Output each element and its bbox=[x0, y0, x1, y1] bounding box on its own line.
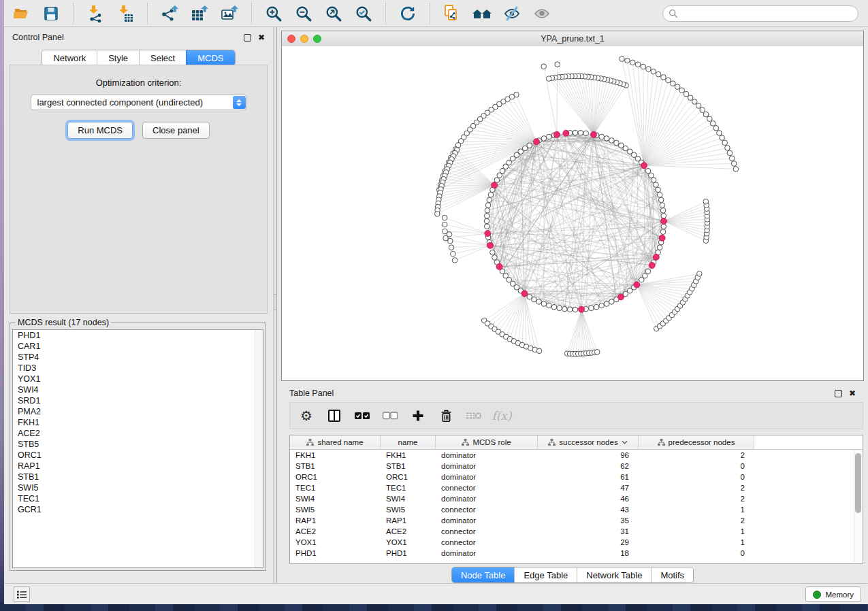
node-table[interactable]: shared namenameMCDS rolesuccessor nodesp… bbox=[289, 435, 863, 564]
first-neighbors-button[interactable] bbox=[472, 3, 492, 24]
table-tab-network-table[interactable]: Network Table bbox=[577, 567, 651, 582]
float-panel-icon[interactable] bbox=[244, 34, 251, 42]
table-row[interactable]: ACE2ACE2connector311 bbox=[290, 526, 863, 537]
import-network-button[interactable] bbox=[85, 3, 106, 24]
mcds-result-item[interactable]: RAP1 bbox=[13, 461, 263, 472]
table-row[interactable]: FKH1FKH1dominator962 bbox=[290, 450, 863, 461]
cell-predecessor-nodes: 2 bbox=[639, 495, 754, 503]
export-image-button[interactable] bbox=[219, 3, 240, 24]
table-panel: Table Panel ✖ ⚙ bbox=[281, 383, 864, 584]
tab-mcds[interactable]: MCDS bbox=[186, 50, 234, 65]
column-header-name[interactable]: name bbox=[381, 435, 436, 449]
search-field bbox=[662, 5, 858, 22]
save-session-button[interactable] bbox=[41, 3, 61, 24]
cell-name: PHD1 bbox=[381, 549, 436, 557]
table-row[interactable]: PHD1PHD1dominator180 bbox=[290, 548, 863, 559]
table-settings-button[interactable]: ⚙ bbox=[298, 408, 315, 424]
hide-selected-button[interactable] bbox=[502, 3, 522, 24]
mcds-result-item[interactable]: PMA2 bbox=[13, 406, 263, 417]
mcds-result-item[interactable]: STB1 bbox=[13, 472, 263, 482]
table-tab-edge-table[interactable]: Edge Table bbox=[514, 567, 577, 582]
tab-select[interactable]: Select bbox=[139, 50, 186, 65]
mcds-result-item[interactable]: ACE2 bbox=[13, 428, 263, 439]
export-network-button[interactable] bbox=[159, 3, 180, 24]
table-row[interactable]: YOX1YOX1connector291 bbox=[290, 537, 863, 548]
delete-table-button[interactable] bbox=[466, 408, 482, 424]
mcds-result-item[interactable]: SWI5 bbox=[13, 482, 263, 493]
column-header-successor-nodes[interactable]: successor nodes bbox=[538, 435, 639, 449]
table-row[interactable]: STB1STB1dominator620 bbox=[290, 461, 863, 472]
criterion-select[interactable]: largest connected component (undirected) bbox=[31, 95, 247, 110]
select-all-rows-button[interactable] bbox=[354, 408, 370, 424]
mcds-result-item[interactable]: STB5 bbox=[13, 439, 263, 450]
cell-successor-nodes: 62 bbox=[538, 462, 639, 470]
function-builder-button[interactable]: f(x) bbox=[494, 408, 510, 424]
zoom-in-button[interactable] bbox=[263, 3, 284, 24]
run-mcds-button[interactable]: Run MCDS bbox=[67, 122, 133, 139]
zoom-selected-button[interactable] bbox=[353, 3, 374, 24]
cell-name: RAP1 bbox=[381, 516, 436, 525]
network-canvas[interactable] bbox=[282, 46, 863, 380]
table-row[interactable]: SWI4SWI4dominator462 bbox=[290, 493, 863, 504]
mcds-tab-content: Optimization criterion: largest connecte… bbox=[10, 65, 268, 314]
mcds-result-item[interactable]: FKH1 bbox=[13, 417, 263, 428]
mcds-result-item[interactable]: GCR1 bbox=[13, 504, 263, 515]
toolbar-separator bbox=[147, 3, 148, 24]
table-row[interactable]: TEC1TEC1connector472 bbox=[290, 482, 863, 493]
mcds-result-item[interactable]: ORC1 bbox=[13, 450, 263, 461]
import-table-button[interactable] bbox=[115, 3, 135, 24]
close-panel-icon[interactable]: ✖ bbox=[258, 33, 265, 42]
table-row[interactable]: SWI5SWI5connector431 bbox=[290, 504, 863, 515]
mcds-result-item[interactable]: YOX1 bbox=[13, 374, 263, 384]
column-type-icon bbox=[306, 439, 314, 446]
close-table-panel-icon[interactable]: ✖ bbox=[849, 389, 856, 397]
control-panel: Control Panel ✖ NetworkStyleSelectMCDS O… bbox=[4, 27, 273, 584]
open-file-button[interactable] bbox=[11, 3, 31, 24]
tab-style[interactable]: Style bbox=[97, 50, 139, 65]
refresh-button[interactable] bbox=[398, 3, 418, 24]
eye-slash-icon bbox=[502, 5, 521, 22]
table-row[interactable]: ORC1ORC1dominator610 bbox=[290, 472, 863, 482]
deselect-all-rows-button[interactable] bbox=[382, 408, 398, 424]
float-table-panel-icon[interactable] bbox=[835, 390, 842, 397]
control-panel-title: Control Panel bbox=[12, 33, 64, 42]
mcds-result-list[interactable]: PHD1CAR1STP4TID3YOX1SWI4SRD1PMA2FKH1ACE2… bbox=[12, 329, 263, 568]
cell-successor-nodes: 61 bbox=[538, 473, 639, 481]
mcds-result-item[interactable]: TID3 bbox=[13, 363, 263, 374]
cell-mcds-role: connector bbox=[436, 484, 538, 492]
cell-mcds-role: connector bbox=[436, 506, 538, 514]
mcds-result-item[interactable]: STP4 bbox=[13, 352, 263, 363]
table-tab-node-table[interactable]: Node Table bbox=[452, 567, 515, 582]
show-columns-button[interactable] bbox=[326, 408, 342, 424]
show-panels-button[interactable] bbox=[14, 587, 30, 602]
search-input[interactable] bbox=[662, 5, 858, 22]
mcds-result-item[interactable]: CAR1 bbox=[13, 341, 263, 352]
clone-network-button[interactable] bbox=[442, 3, 462, 24]
mcds-list-scrollbar[interactable] bbox=[255, 330, 263, 567]
export-table-button[interactable] bbox=[189, 3, 210, 24]
mcds-result-item[interactable]: SRD1 bbox=[13, 395, 263, 406]
show-hidden-button[interactable] bbox=[532, 3, 552, 24]
memory-button[interactable]: Memory bbox=[805, 587, 861, 602]
cell-mcds-role: connector bbox=[436, 538, 538, 546]
zoom-fit-button[interactable] bbox=[323, 3, 344, 24]
delete-column-button[interactable] bbox=[438, 408, 454, 424]
cell-name: ACE2 bbox=[381, 527, 436, 535]
table-tab-motifs[interactable]: Motifs bbox=[651, 567, 693, 582]
close-panel-button[interactable]: Close panel bbox=[142, 122, 210, 139]
mcds-result-item[interactable]: TEC1 bbox=[13, 493, 263, 504]
network-window-titlebar[interactable]: YPA_prune.txt_1 bbox=[282, 31, 863, 47]
create-column-button[interactable] bbox=[410, 408, 426, 424]
splitter-handle[interactable] bbox=[274, 294, 276, 310]
table-row[interactable]: RAP1RAP1dominator352 bbox=[290, 515, 863, 526]
table-scrollbar-thumb[interactable] bbox=[855, 453, 861, 513]
criterion-selected-value: largest connected component (undirected) bbox=[37, 97, 204, 108]
mcds-result-item[interactable]: PHD1 bbox=[13, 330, 263, 341]
mcds-result-item[interactable]: SWI4 bbox=[13, 384, 263, 395]
zoom-out-button[interactable] bbox=[293, 3, 314, 24]
table-scrollbar[interactable] bbox=[854, 450, 862, 562]
tab-network[interactable]: Network bbox=[42, 50, 97, 65]
column-header-mcds-role[interactable]: MCDS role bbox=[436, 435, 538, 449]
column-header-shared-name[interactable]: shared name bbox=[290, 435, 381, 449]
column-header-predecessor-nodes[interactable]: predecessor nodes bbox=[639, 435, 754, 449]
